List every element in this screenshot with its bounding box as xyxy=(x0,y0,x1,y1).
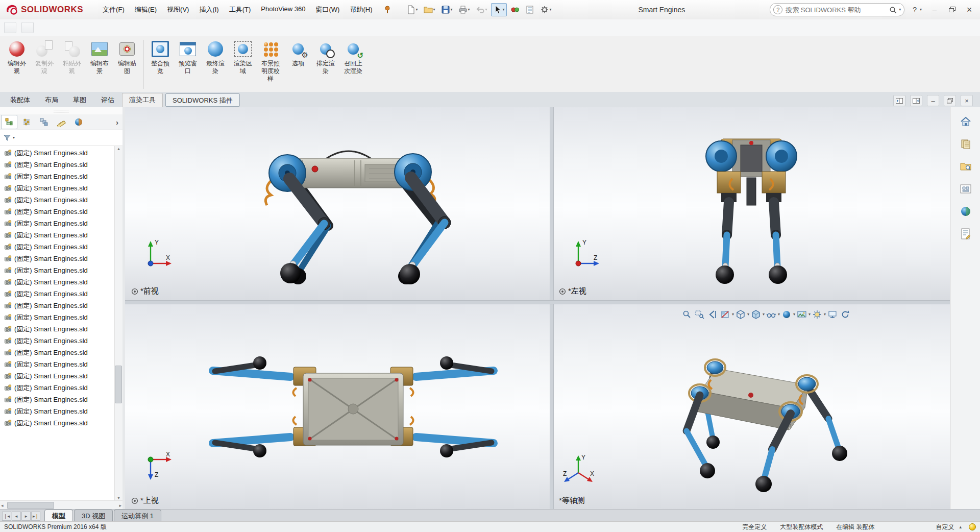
featuremanager-tab-icon[interactable] xyxy=(1,115,17,129)
tab-sketch[interactable]: 草图 xyxy=(66,93,93,108)
toolbar-placeholder-icon-1[interactable] xyxy=(4,22,16,33)
status-indicator-icon[interactable] xyxy=(969,523,976,530)
edit-scene-button[interactable]: 编辑布景 xyxy=(86,38,113,75)
tree-item[interactable]: (固定) Smart Engines.sld xyxy=(0,206,115,217)
panel-tabs-expand-chevron[interactable]: › xyxy=(113,118,121,127)
edit-appearance-button[interactable]: 编辑外观 xyxy=(3,38,31,75)
customize-caret-icon[interactable]: ▴ xyxy=(959,524,962,529)
panel-grip[interactable] xyxy=(0,107,122,114)
tree-item[interactable]: (固定) Smart Engines.sld xyxy=(0,300,115,311)
undo-button[interactable]: ▾ xyxy=(474,3,489,16)
options-button[interactable]: ▾ xyxy=(538,3,554,16)
tree-item[interactable]: (固定) Smart Engines.sld xyxy=(0,358,115,370)
tree-item[interactable]: (固定) Smart Engines.sld xyxy=(0,311,115,323)
viewport-splitter-vertical[interactable] xyxy=(550,107,554,510)
view-palette-button[interactable] xyxy=(955,180,976,198)
tree-item[interactable]: (固定) Smart Engines.sld xyxy=(0,264,115,276)
tree-item[interactable]: (固定) Smart Engines.sld xyxy=(0,276,115,288)
tree-item[interactable]: (固定) Smart Engines.sld xyxy=(0,417,115,429)
scene-dropdown-caret[interactable]: ▾ xyxy=(808,312,811,317)
apply-scene-button[interactable] xyxy=(796,308,808,321)
tree-item[interactable]: (固定) Smart Engines.sld xyxy=(0,323,115,335)
search-icon[interactable] xyxy=(889,6,897,14)
menu-view[interactable]: 视图(V) xyxy=(162,3,194,16)
configurationmanager-tab-icon[interactable] xyxy=(36,115,52,129)
menu-photoview360[interactable]: PhotoView 360 xyxy=(256,3,310,16)
recall-last-render-button[interactable]: ↺ 召回上次渲染 xyxy=(339,38,367,75)
pane-split-left-icon[interactable] xyxy=(893,95,905,106)
new-document-button[interactable]: ▾ xyxy=(404,3,420,16)
appearance-dropdown-caret[interactable]: ▾ xyxy=(793,312,795,317)
section-view-button[interactable] xyxy=(719,308,731,321)
tree-item[interactable]: (固定) Smart Engines.sld xyxy=(0,159,115,171)
appearances-button[interactable] xyxy=(955,202,976,221)
help-dropdown-caret[interactable]: ▾ xyxy=(920,8,922,12)
preview-window-button[interactable]: 预览窗口 xyxy=(174,38,202,75)
next-tab-button[interactable]: ▸ xyxy=(21,512,31,521)
hide-show-dropdown-caret[interactable]: ▾ xyxy=(778,312,780,317)
dimxpertmanager-tab-icon[interactable] xyxy=(53,115,69,129)
zoom-fit-button[interactable] xyxy=(681,308,693,321)
integrated-preview-button[interactable]: 整合预览 xyxy=(146,38,174,75)
rotate-view-button[interactable] xyxy=(839,308,851,321)
tab-evaluate[interactable]: 评估 xyxy=(94,93,121,108)
viewport-left[interactable]: Y Z *左视 xyxy=(553,107,950,300)
propertymanager-tab-icon[interactable] xyxy=(18,115,35,129)
tree-item[interactable]: (固定) Smart Engines.sld xyxy=(0,229,115,241)
home-button[interactable] xyxy=(955,112,976,131)
tree-item[interactable]: (固定) Smart Engines.sld xyxy=(0,335,115,347)
tree-item[interactable]: (固定) Smart Engines.sld xyxy=(0,288,115,300)
tab-3d-views[interactable]: 3D 视图 xyxy=(74,510,113,522)
file-properties-button[interactable] xyxy=(523,3,536,16)
filter-funnel-icon[interactable] xyxy=(3,134,11,142)
edit-decal-button[interactable]: 编辑贴图 xyxy=(113,38,141,75)
viewport-front[interactable]: Y X *前视 xyxy=(125,107,550,300)
tree-item[interactable]: (固定) Smart Engines.sld xyxy=(0,394,115,405)
schedule-render-button[interactable]: 排定渲染 xyxy=(312,38,339,75)
rebuild-button[interactable] xyxy=(508,3,522,16)
tab-render-tools[interactable]: 渲染工具 xyxy=(122,93,163,108)
display-style-button[interactable] xyxy=(750,308,762,321)
scrollbar-thumb[interactable] xyxy=(115,366,122,403)
filter-dropdown-caret[interactable]: ▾ xyxy=(13,136,15,140)
previous-view-button[interactable] xyxy=(706,308,719,321)
render-options-button[interactable]: ⚙ 选项 xyxy=(284,38,312,67)
view-settings-dropdown-caret[interactable]: ▾ xyxy=(824,312,826,317)
tree-item[interactable]: (固定) Smart Engines.sld xyxy=(0,382,115,394)
tab-assembly[interactable]: 装配体 xyxy=(3,93,37,108)
view-settings-button[interactable] xyxy=(811,308,823,321)
previous-tab-button[interactable]: ◂ xyxy=(12,512,21,521)
minimize-button[interactable]: – xyxy=(927,3,942,16)
design-library-button[interactable] xyxy=(955,135,976,153)
tree-item[interactable]: (固定) Smart Engines.sld xyxy=(0,241,115,253)
tree-item[interactable]: (固定) Smart Engines.sld xyxy=(0,347,115,358)
tab-model[interactable]: 模型 xyxy=(44,510,73,522)
close-button[interactable]: × xyxy=(962,3,977,16)
final-render-button[interactable]: 最终渲染 xyxy=(202,38,229,75)
menu-file[interactable]: 文件(F) xyxy=(97,3,130,16)
tree-item[interactable]: (固定) Smart Engines.sld xyxy=(0,182,115,194)
viewport-close-button[interactable]: × xyxy=(961,95,973,106)
search-dropdown-caret[interactable]: ▾ xyxy=(899,8,901,12)
toolbar-placeholder-icon-2[interactable] xyxy=(21,22,34,33)
help-button[interactable]: ? xyxy=(911,6,919,14)
tree-horizontal-scrollbar[interactable]: ◂ ▸ xyxy=(0,500,122,510)
tree-item[interactable]: (固定) Smart Engines.sld xyxy=(0,194,115,206)
zoom-area-button[interactable] xyxy=(694,308,706,321)
select-tool-button[interactable]: ▾ xyxy=(491,3,507,16)
last-tab-button[interactable]: ▸❘ xyxy=(31,512,40,521)
edit-appearance-hud-button[interactable] xyxy=(780,308,793,321)
menu-tools[interactable]: 工具(T) xyxy=(224,3,256,16)
viewport-minimize-button[interactable]: – xyxy=(927,95,939,106)
tab-layout[interactable]: 布局 xyxy=(38,93,65,108)
preview-window-hud-button[interactable] xyxy=(826,308,839,321)
first-tab-button[interactable]: ❘◂ xyxy=(2,512,11,521)
viewport-isometric[interactable]: ▾ ▾ ▾ ▾ ▾ ▾ xyxy=(553,303,950,510)
scroll-up-arrow[interactable]: ▴ xyxy=(117,146,120,151)
scene-illumination-proof-button[interactable]: 布景照明度校样 xyxy=(257,38,284,83)
hide-show-items-button[interactable] xyxy=(765,308,777,321)
pin-menu-icon[interactable] xyxy=(384,6,391,14)
tree-item[interactable]: (固定) Smart Engines.sld xyxy=(0,405,115,417)
menu-insert[interactable]: 插入(I) xyxy=(194,3,224,16)
tree-item[interactable]: (固定) Smart Engines.sld xyxy=(0,171,115,182)
